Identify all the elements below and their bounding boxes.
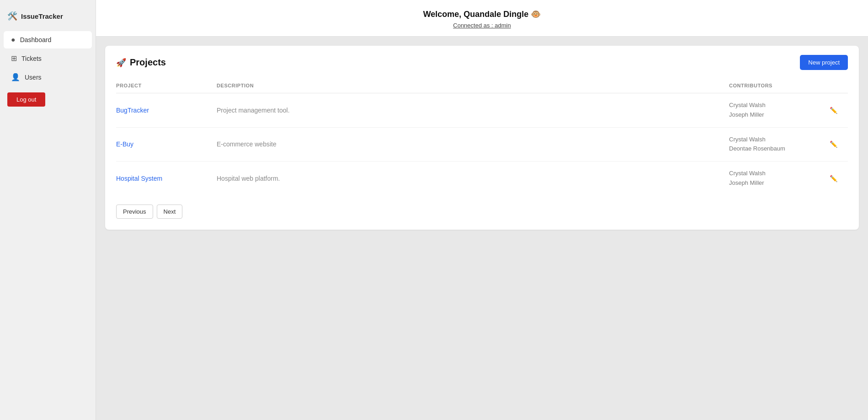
sidebar-item-dashboard[interactable]: ● Dashboard xyxy=(4,31,92,48)
projects-title-text: Projects xyxy=(130,57,166,68)
project-actions-cell: ✏️ xyxy=(830,93,848,128)
next-button[interactable]: Next xyxy=(157,205,183,219)
edit-icon[interactable]: ✏️ xyxy=(830,107,837,114)
contributors-list: Crystal WalshDeontae Rosenbaum xyxy=(729,135,824,154)
project-contributors-cell: Crystal WalshJoseph Miller xyxy=(729,93,830,128)
project-desc-cell: E-commerce website xyxy=(217,127,729,162)
projects-section: 🚀 Projects New project PROJECT DESCRIPTI… xyxy=(105,46,859,230)
contributors-list: Crystal WalshJoseph Miller xyxy=(729,169,824,188)
project-name-cell: E-Buy xyxy=(116,127,217,162)
col-header-contributors: CONTRIBUTORS xyxy=(729,79,830,93)
project-contributors-cell: Crystal WalshDeontae Rosenbaum xyxy=(729,127,830,162)
project-actions-cell: ✏️ xyxy=(830,127,848,162)
sidebar-item-dashboard-label: Dashboard xyxy=(20,36,52,43)
project-link[interactable]: Hospital System xyxy=(116,175,162,182)
col-header-description: DESCRIPTION xyxy=(217,79,729,93)
table-row: E-Buy E-commerce website Crystal WalshDe… xyxy=(116,127,848,162)
col-header-actions xyxy=(830,79,848,93)
project-description: Hospital web platform. xyxy=(217,175,280,182)
sidebar-item-users-label: Users xyxy=(25,74,42,81)
project-desc-cell: Project management tool. xyxy=(217,93,729,128)
contributors-list: Crystal WalshJoseph Miller xyxy=(729,101,824,120)
sidebar: 🛠️ IssueTracker ● Dashboard ⊞ Tickets 👤 … xyxy=(0,0,96,420)
table-row: BugTracker Project management tool. Crys… xyxy=(116,93,848,128)
new-project-button[interactable]: New project xyxy=(800,55,848,70)
dashboard-icon: ● xyxy=(11,36,16,44)
sidebar-item-tickets-label: Tickets xyxy=(21,55,42,62)
pagination: Previous Next xyxy=(116,205,848,219)
table-row: Hospital System Hospital web platform. C… xyxy=(116,162,848,195)
main-content: Welcome, Quandale Dingle 🐵 Connected as … xyxy=(96,0,868,420)
logout-button[interactable]: Log out xyxy=(7,92,45,107)
projects-table: PROJECT DESCRIPTION CONTRIBUTORS BugTrac… xyxy=(116,79,848,195)
connected-as-link[interactable]: Connected as : admin xyxy=(103,22,861,29)
projects-header: 🚀 Projects New project xyxy=(116,55,848,70)
project-name-cell: Hospital System xyxy=(116,162,217,195)
project-description: Project management tool. xyxy=(217,107,290,114)
previous-button[interactable]: Previous xyxy=(116,205,153,219)
app-logo: 🛠️ IssueTracker xyxy=(0,7,96,30)
project-name-cell: BugTracker xyxy=(116,93,217,128)
sidebar-item-users[interactable]: 👤 Users xyxy=(4,68,92,86)
project-actions-cell: ✏️ xyxy=(830,162,848,195)
projects-icon: 🚀 xyxy=(116,58,126,68)
col-header-project: PROJECT xyxy=(116,79,217,93)
edit-icon[interactable]: ✏️ xyxy=(830,140,837,148)
edit-icon[interactable]: ✏️ xyxy=(830,175,837,182)
welcome-title: Welcome, Quandale Dingle 🐵 xyxy=(103,9,861,19)
logo-icon: 🛠️ xyxy=(7,11,17,21)
project-desc-cell: Hospital web platform. xyxy=(217,162,729,195)
project-link[interactable]: BugTracker xyxy=(116,107,149,114)
users-icon: 👤 xyxy=(11,73,20,81)
sidebar-item-tickets[interactable]: ⊞ Tickets xyxy=(4,49,92,67)
projects-title: 🚀 Projects xyxy=(116,57,166,68)
app-name: IssueTracker xyxy=(21,12,63,20)
project-description: E-commerce website xyxy=(217,140,277,148)
welcome-header: Welcome, Quandale Dingle 🐵 Connected as … xyxy=(96,0,868,37)
project-contributors-cell: Crystal WalshJoseph Miller xyxy=(729,162,830,195)
tickets-icon: ⊞ xyxy=(11,54,17,63)
project-link[interactable]: E-Buy xyxy=(116,140,133,148)
